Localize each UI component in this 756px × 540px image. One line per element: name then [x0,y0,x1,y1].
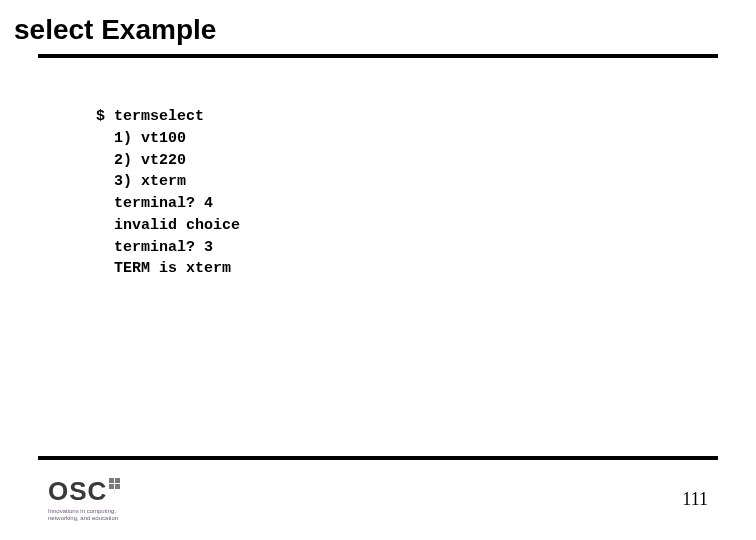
slide: select Example $ termselect 1) vt100 2) … [0,0,756,540]
shell-prompt: $ [96,108,114,125]
error-msg: invalid choice [114,217,240,234]
logo: OSC Innovations in computing, networking… [48,476,120,522]
option-2: 2) vt220 [114,152,186,169]
logo-tagline-2: networking, and education [48,515,118,522]
option-3: 3) xterm [114,173,186,190]
result-line: TERM is xterm [114,260,231,277]
slide-title: select Example [0,0,756,54]
input-1: 4 [204,195,213,212]
logo-tagline-1: Innovations in computing, [48,508,116,515]
prompt-2: terminal? [114,239,204,256]
input-2: 3 [204,239,213,256]
option-1: 1) vt100 [114,130,186,147]
prompt-1: terminal? [114,195,204,212]
footer-divider [38,456,718,460]
code-example: $ termselect 1) vt100 2) vt220 3) xterm … [0,58,756,280]
page-number: 111 [682,489,708,510]
logo-text: OSC [48,476,107,507]
logo-squares-icon [109,478,120,489]
command-text: termselect [114,108,204,125]
